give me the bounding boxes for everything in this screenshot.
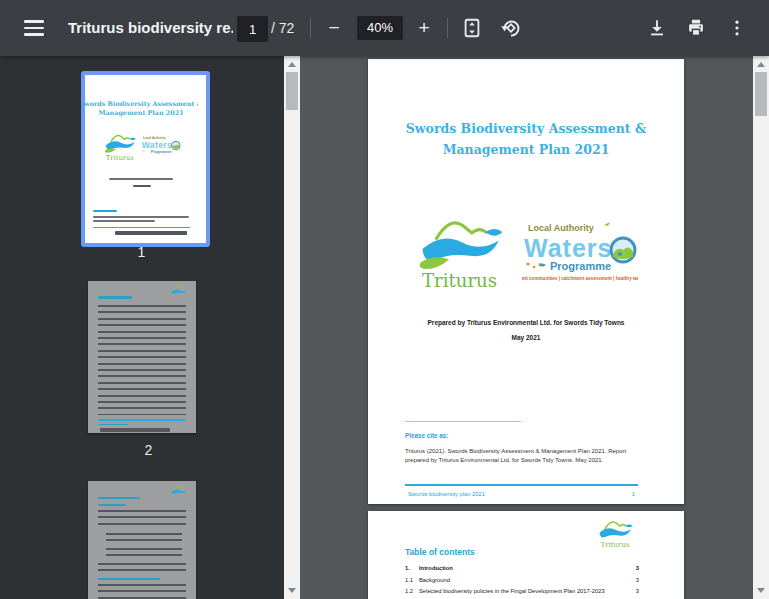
rotate-counterclockwise-icon	[499, 16, 523, 40]
zoom-level[interactable]: 40%	[357, 16, 403, 40]
toc-title: Table of contents	[405, 547, 475, 557]
toc-row: 1.2 Selected biodiversity policies in th…	[405, 588, 639, 594]
footer-page-number: 1	[632, 491, 635, 497]
page2-logo: Triturus	[592, 517, 638, 549]
scroll-up-icon[interactable]	[757, 62, 765, 67]
thumbnail-label-2: 2	[88, 442, 209, 458]
cover-title: Swords Biodiversity Assessment & Managem…	[368, 118, 684, 160]
svg-text:Triturus: Triturus	[105, 154, 134, 161]
prepared-by-text: Prepared by Triturus Environmental Ltd. …	[368, 319, 684, 326]
scroll-up-icon[interactable]	[288, 62, 296, 67]
svg-text:Waters: Waters	[524, 234, 612, 262]
thumbnail-logos: Triturus Local Authority Waters Programm…	[85, 131, 198, 161]
download-button[interactable]	[645, 16, 669, 40]
pdf-viewer-window: Triturus biodiversity re... / 72 − 40% +	[0, 0, 769, 599]
page-count: / 72	[271, 0, 294, 56]
svg-text:Waters: Waters	[141, 140, 171, 150]
cite-label: Please cite as:	[405, 432, 448, 439]
cover-date: May 2021	[368, 334, 684, 341]
svg-text:Local Authority: Local Authority	[143, 136, 166, 140]
divider-line	[405, 421, 521, 422]
svg-text:Management Plan 2021: Management Plan 2021	[98, 109, 183, 117]
thumbnail-label-1: 1	[81, 244, 202, 260]
thumbnail-page-3[interactable]	[88, 481, 196, 599]
rotate-counterclockwise-button[interactable]	[497, 15, 525, 41]
svg-text:Local Authority: Local Authority	[528, 223, 594, 233]
print-button[interactable]	[684, 16, 708, 40]
download-icon	[646, 17, 668, 39]
scroll-down-icon[interactable]	[757, 588, 765, 593]
page-number-input[interactable]	[237, 16, 268, 42]
page-footer: Swords biodiversity plan 2021 1	[408, 491, 635, 497]
menu-button[interactable]	[20, 14, 48, 42]
main-scrollbar[interactable]	[753, 56, 769, 599]
thumbnail-page-1[interactable]: Swords Biodiversity Assessment & Managem…	[81, 71, 210, 247]
document-title: Triturus biodiversity re...	[68, 0, 233, 56]
hamburger-icon	[24, 20, 44, 23]
sidebar-scrollbar[interactable]	[284, 56, 300, 599]
scroll-down-icon[interactable]	[288, 588, 296, 593]
document-page-2: Triturus Table of contents 1. Introducti…	[368, 511, 684, 599]
zoom-in-button[interactable]: +	[410, 16, 438, 40]
toolbar-separator	[447, 18, 448, 38]
fit-page-button[interactable]	[459, 15, 485, 41]
svg-text:Swords Biodiversity Assessment: Swords Biodiversity Assessment &	[85, 100, 198, 108]
main-scrollbar-thumb[interactable]	[755, 72, 767, 116]
document-page-1: Swords Biodiversity Assessment & Managem…	[368, 59, 684, 504]
cover-logos: Triturus Local Authority Waters Programm…	[368, 211, 684, 291]
svg-text:Programme: Programme	[550, 260, 611, 272]
triturus-logo-small	[596, 517, 634, 539]
citation-text: Triturus (2021). Swords Biodiversity Ass…	[405, 447, 641, 464]
more-actions-button[interactable]	[727, 16, 747, 40]
svg-text:vibrant communities | catchmen: vibrant communities | catchment assessme…	[522, 276, 638, 281]
fit-page-icon	[461, 17, 483, 39]
triturus-logo: Triturus	[414, 211, 506, 291]
toolbar: Triturus biodiversity re... / 72 − 40% +	[0, 0, 769, 56]
vertical-ellipsis-icon	[727, 17, 747, 39]
thumbnail-text-lines	[98, 305, 186, 415]
thumbnail-page-2[interactable]	[88, 281, 196, 433]
toc-row: 1.1 Background 3	[405, 577, 639, 583]
sidebar-scrollbar-thumb[interactable]	[286, 72, 298, 110]
toc-row: 1. Introduction 3	[405, 565, 639, 571]
zoom-out-button[interactable]: −	[320, 16, 348, 40]
svg-text:Programme: Programme	[150, 150, 171, 154]
thumbnail-sidebar: Swords Biodiversity Assessment & Managem…	[0, 56, 300, 599]
footer-left-text: Swords biodiversity plan 2021	[408, 491, 485, 497]
triturus-logo-icon: Triturus	[103, 131, 137, 161]
print-icon	[685, 17, 707, 39]
svg-text:Triturus: Triturus	[422, 270, 497, 291]
toolbar-separator	[310, 18, 311, 38]
lawp-logo: Local Authority Waters Programme vibrant…	[522, 219, 638, 283]
footer-rule	[405, 484, 638, 486]
lawp-logo-icon: Local Authority Waters Programme	[141, 134, 181, 158]
